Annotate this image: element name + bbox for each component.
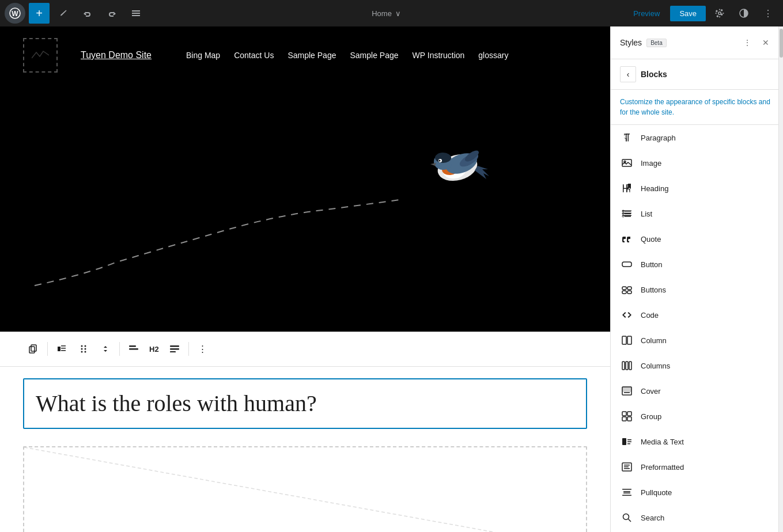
toolbar-separator-2 — [119, 342, 120, 356]
svg-rect-38 — [623, 188, 627, 189]
sidebar-close-button[interactable]: ✕ — [758, 35, 774, 51]
block-item-pullquote[interactable]: Pullquote — [611, 480, 783, 505]
nav-glossary[interactable]: glossary — [478, 51, 508, 60]
svg-rect-31 — [170, 348, 179, 350]
empty-block[interactable] — [23, 446, 587, 532]
duplicate-block-button[interactable] — [23, 339, 44, 359]
sidebar-scrollbar[interactable] — [778, 26, 783, 532]
more-block-options[interactable]: ⋮ — [192, 339, 213, 359]
canvas-area: Tuyen Demo Site Bing Map Contact Us Samp… — [0, 26, 610, 532]
nav-wp-instruction[interactable]: WP Instruction — [413, 51, 465, 60]
svg-rect-68 — [627, 442, 631, 443]
block-item-column[interactable]: Column — [611, 328, 783, 353]
svg-rect-52 — [622, 291, 626, 294]
site-title[interactable]: Tuyen Demo Site — [81, 50, 152, 60]
svg-point-47 — [622, 215, 624, 217]
site-nav: Bing Map Contact Us Sample Page Sample P… — [186, 51, 508, 60]
move-updown-button[interactable] — [95, 339, 116, 359]
text-align-button[interactable] — [164, 339, 185, 359]
back-button[interactable]: ‹ — [620, 66, 636, 82]
svg-rect-72 — [624, 466, 629, 468]
undo-button[interactable] — [77, 3, 98, 24]
svg-rect-3 — [132, 13, 140, 14]
svg-rect-29 — [129, 348, 138, 350]
save-button[interactable]: Save — [670, 6, 706, 21]
block-item-group[interactable]: Group — [611, 404, 783, 429]
block-toolbar: H2 ⋮ — [0, 332, 610, 367]
svg-rect-64 — [622, 417, 626, 421]
description-link[interactable]: whole site — [641, 108, 672, 116]
heading-text[interactable]: What is the roles with human? — [36, 389, 574, 419]
blocks-title: Blocks — [641, 70, 667, 79]
svg-rect-17 — [31, 345, 36, 351]
svg-point-22 — [81, 345, 83, 347]
heading-block[interactable]: What is the roles with human? — [23, 378, 587, 429]
block-item-buttons[interactable]: Buttons — [611, 277, 783, 302]
image-label: Image — [641, 159, 661, 168]
wp-logo: W — [5, 3, 25, 24]
scrollbar-thumb — [780, 29, 783, 58]
home-nav[interactable]: Home ∨ — [372, 9, 401, 18]
admin-toolbar: W + Home ∨ Preview Save — [0, 0, 783, 26]
sidebar-more-button[interactable]: ⋮ — [739, 35, 755, 51]
svg-rect-65 — [627, 417, 631, 421]
block-item-heading[interactable]: Heading — [611, 176, 783, 201]
svg-rect-76 — [623, 491, 630, 492]
contrast-button[interactable] — [733, 3, 754, 24]
nav-bing-map[interactable]: Bing Map — [186, 51, 220, 60]
add-block-button[interactable]: + — [29, 3, 50, 24]
pullquote-label: Pullquote — [641, 488, 672, 497]
nav-contact-us[interactable]: Contact Us — [234, 51, 274, 60]
block-item-search[interactable]: Search — [611, 505, 783, 530]
block-item-image[interactable]: Image — [611, 150, 783, 176]
styles-title: Styles — [620, 38, 642, 47]
site-logo — [23, 38, 58, 73]
svg-rect-75 — [622, 495, 631, 496]
list-view-button[interactable] — [126, 3, 146, 24]
list-icon — [620, 207, 634, 221]
preview-button[interactable]: Preview — [626, 6, 667, 21]
svg-rect-50 — [622, 287, 626, 290]
heading-level-button[interactable]: H2 — [145, 342, 163, 356]
svg-rect-69 — [627, 443, 630, 444]
block-item-paragraph[interactable]: Paragraph — [611, 125, 783, 150]
block-item-columns[interactable]: Columns — [611, 353, 783, 378]
align-text-button[interactable] — [123, 339, 144, 359]
main-layout: Tuyen Demo Site Bing Map Contact Us Samp… — [0, 26, 783, 532]
svg-rect-58 — [629, 362, 631, 370]
svg-rect-18 — [58, 347, 60, 351]
svg-rect-20 — [61, 348, 66, 349]
nav-sample-page-1[interactable]: Sample Page — [288, 51, 336, 60]
block-item-button[interactable]: Button — [611, 252, 783, 277]
drag-handle[interactable] — [73, 339, 94, 359]
buttons-label: Buttons — [641, 286, 666, 294]
home-chevron: ∨ — [395, 9, 401, 18]
redo-button[interactable] — [101, 3, 122, 24]
block-item-cover[interactable]: Cover — [611, 378, 783, 404]
toolbar-separator-3 — [188, 342, 189, 356]
settings-button[interactable] — [709, 3, 730, 24]
block-item-list[interactable]: List — [611, 201, 783, 226]
svg-rect-53 — [627, 291, 631, 294]
home-label: Home — [372, 9, 392, 18]
column-label: Column — [641, 336, 667, 345]
search-label: Search — [641, 514, 664, 522]
more-options-button[interactable]: ⋮ — [758, 3, 778, 24]
preformatted-label: Preformatted — [641, 463, 684, 472]
blocks-list[interactable]: Paragraph Image — [611, 125, 783, 532]
edit-button[interactable] — [53, 3, 74, 24]
blocks-nav: ‹ Blocks — [611, 59, 783, 90]
svg-rect-44 — [625, 211, 631, 212]
block-item-code[interactable]: Code — [611, 302, 783, 328]
nav-sample-page-2[interactable]: Sample Page — [350, 51, 398, 60]
svg-point-25 — [85, 348, 86, 350]
align-button[interactable] — [51, 339, 72, 359]
code-icon — [620, 308, 634, 322]
block-item-media-text[interactable]: Media & Text — [611, 429, 783, 454]
columns-icon — [620, 359, 634, 373]
sidebar-header: Styles Beta ⋮ ✕ — [611, 26, 783, 59]
svg-rect-63 — [627, 412, 631, 416]
block-item-quote[interactable]: Quote — [611, 226, 783, 252]
block-item-preformatted[interactable]: Preformatted — [611, 454, 783, 480]
toolbar-separator-1 — [47, 342, 48, 356]
